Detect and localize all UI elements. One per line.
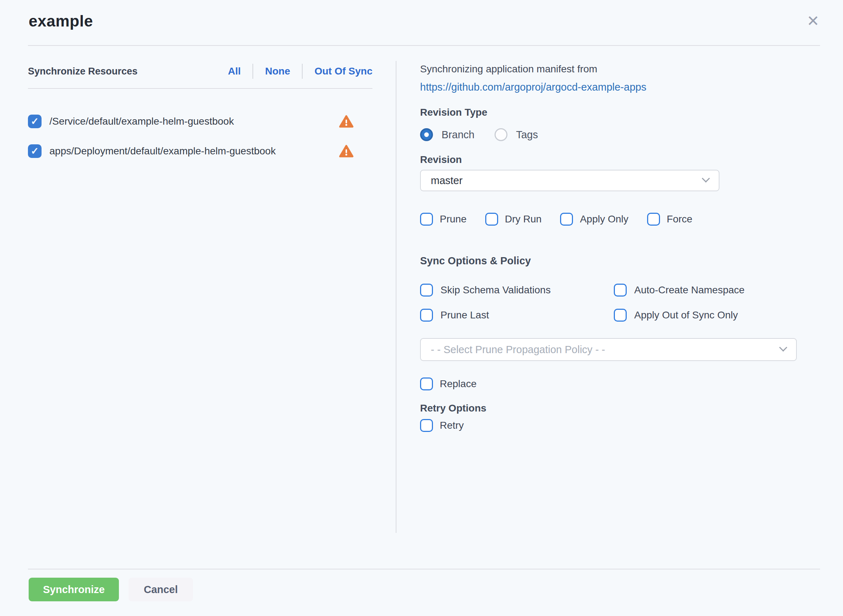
skip-schema-validations-checkbox[interactable] xyxy=(420,284,433,296)
resources-heading: Synchronize Resources xyxy=(28,66,138,77)
resource-filters: All None Out Of Sync xyxy=(228,64,372,79)
prune-propagation-policy-select[interactable]: - - Select Prune Propagation Policy - - xyxy=(420,338,797,361)
check-icon: ✓ xyxy=(31,117,39,126)
prune-label: Prune xyxy=(440,213,467,225)
resource-label: apps/Deployment/default/example-helm-gue… xyxy=(50,145,276,157)
prune-option[interactable]: Prune xyxy=(420,213,467,226)
resources-header: Synchronize Resources All None Out Of Sy… xyxy=(28,64,372,89)
apply-only-option[interactable]: Apply Only xyxy=(560,213,628,226)
sync-flags-row: Prune Dry Run Apply Only Force xyxy=(420,213,820,226)
prune-last-checkbox[interactable] xyxy=(420,309,433,321)
force-label: Force xyxy=(667,213,693,225)
synchronize-button[interactable]: Synchronize xyxy=(29,578,119,601)
tags-radio-label[interactable]: Tags xyxy=(516,129,538,141)
prune-checkbox[interactable] xyxy=(420,213,433,226)
filter-separator xyxy=(252,64,253,79)
skip-schema-validations-option[interactable]: Skip Schema Validations xyxy=(420,284,614,296)
sync-from-label: Synchronizing application manifest from xyxy=(420,63,820,75)
resource-checkbox[interactable]: ✓ xyxy=(28,144,41,158)
warning-icon xyxy=(339,144,354,158)
prune-last-option[interactable]: Prune Last xyxy=(420,309,614,321)
panel-body: Synchronize Resources All None Out Of Sy… xyxy=(28,46,820,569)
revision-select[interactable]: master xyxy=(420,170,720,191)
auto-create-namespace-option[interactable]: Auto-Create Namespace xyxy=(614,284,820,296)
prune-last-label: Prune Last xyxy=(440,309,489,321)
apply-only-checkbox[interactable] xyxy=(560,213,573,226)
chevron-down-icon xyxy=(702,175,710,183)
skip-schema-validations-label: Skip Schema Validations xyxy=(440,285,551,296)
sync-settings-column: Synchronizing application manifest from … xyxy=(396,46,820,569)
replace-checkbox[interactable] xyxy=(420,377,433,390)
dry-run-label: Dry Run xyxy=(505,213,542,225)
warning-icon xyxy=(339,114,354,128)
close-icon[interactable]: ✕ xyxy=(807,13,820,29)
filter-separator xyxy=(302,64,303,79)
resource-checkbox[interactable]: ✓ xyxy=(28,114,41,128)
auto-create-namespace-label: Auto-Create Namespace xyxy=(634,285,745,296)
resource-row: ✓ /Service/default/example-helm-guestboo… xyxy=(28,114,372,128)
revision-type-options: Branch Tags xyxy=(420,128,820,141)
dry-run-option[interactable]: Dry Run xyxy=(485,213,542,226)
panel-footer: Synchronize Cancel xyxy=(28,569,820,616)
force-checkbox[interactable] xyxy=(647,213,660,226)
apply-out-of-sync-only-checkbox[interactable] xyxy=(614,309,627,321)
revision-heading: Revision xyxy=(420,154,820,166)
resource-list: ✓ /Service/default/example-helm-guestboo… xyxy=(28,114,372,158)
sync-options-grid: Skip Schema Validations Auto-Create Name… xyxy=(420,284,820,321)
filter-out-of-sync[interactable]: Out Of Sync xyxy=(314,66,372,77)
force-option[interactable]: Force xyxy=(647,213,693,226)
dry-run-checkbox[interactable] xyxy=(485,213,498,226)
sync-options-heading: Sync Options & Policy xyxy=(420,255,820,267)
retry-label: Retry xyxy=(440,420,464,431)
replace-label: Replace xyxy=(440,378,476,390)
retry-option[interactable]: Retry xyxy=(420,419,820,432)
resource-row: ✓ apps/Deployment/default/example-helm-g… xyxy=(28,144,372,158)
page-title: example xyxy=(29,12,820,30)
replace-option[interactable]: Replace xyxy=(420,377,820,390)
revision-type-heading: Revision Type xyxy=(420,107,820,118)
apply-out-of-sync-only-label: Apply Out of Sync Only xyxy=(634,309,738,321)
auto-create-namespace-checkbox[interactable] xyxy=(614,284,627,296)
branch-radio-label[interactable]: Branch xyxy=(441,129,475,141)
filter-none[interactable]: None xyxy=(265,66,290,77)
chevron-down-icon xyxy=(779,343,787,352)
branch-radio[interactable] xyxy=(420,128,433,141)
revision-select-value: master xyxy=(431,175,463,186)
tags-radio[interactable] xyxy=(494,128,507,141)
apply-out-of-sync-only-option[interactable]: Apply Out of Sync Only xyxy=(614,309,820,321)
filter-all[interactable]: All xyxy=(228,66,240,77)
retry-checkbox[interactable] xyxy=(420,419,433,432)
panel-header: example ✕ xyxy=(28,0,820,46)
resource-label: /Service/default/example-helm-guestbook xyxy=(50,116,234,127)
repo-url-link[interactable]: https://github.com/argoproj/argocd-examp… xyxy=(420,81,820,93)
cancel-button[interactable]: Cancel xyxy=(129,578,193,601)
check-icon: ✓ xyxy=(31,147,39,156)
apply-only-label: Apply Only xyxy=(580,213,628,225)
resources-column: Synchronize Resources All None Out Of Sy… xyxy=(28,46,372,569)
prune-propagation-policy-placeholder: - - Select Prune Propagation Policy - - xyxy=(431,344,605,356)
retry-options-heading: Retry Options xyxy=(420,403,820,414)
